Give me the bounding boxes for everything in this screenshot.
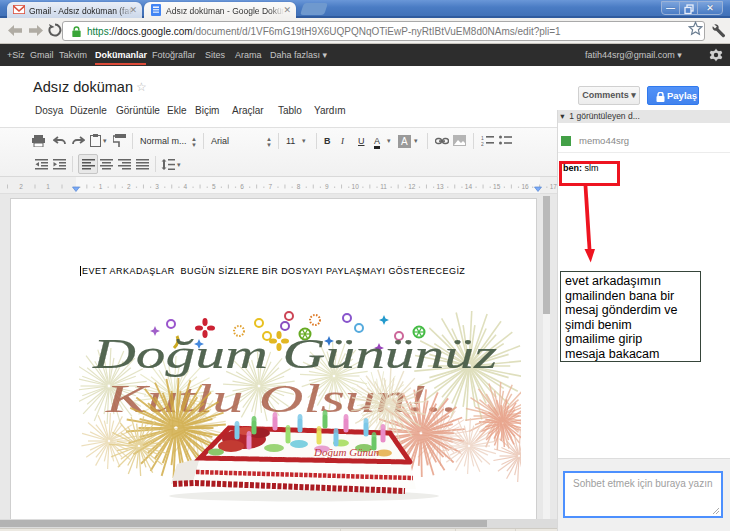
svg-text:1: 1 bbox=[99, 183, 103, 190]
svg-text:9: 9 bbox=[325, 183, 329, 190]
svg-text:17: 17 bbox=[550, 183, 557, 190]
svg-text:10: 10 bbox=[352, 183, 360, 190]
svg-text:12: 12 bbox=[408, 183, 416, 190]
svg-text:2: 2 bbox=[481, 141, 484, 146]
svg-text:3: 3 bbox=[155, 183, 159, 190]
svg-text:6: 6 bbox=[240, 183, 244, 190]
svg-text:8: 8 bbox=[297, 183, 301, 190]
svg-text:13: 13 bbox=[436, 183, 444, 190]
svg-text:2: 2 bbox=[127, 183, 131, 190]
svg-text:16: 16 bbox=[521, 183, 529, 190]
svg-text:1: 1 bbox=[46, 183, 50, 190]
svg-text:15: 15 bbox=[493, 183, 501, 190]
svg-text:14: 14 bbox=[465, 183, 473, 190]
svg-text:4: 4 bbox=[184, 183, 188, 190]
svg-text:Doğum Günün: Doğum Günün bbox=[313, 446, 380, 458]
svg-text:11: 11 bbox=[380, 183, 387, 190]
svg-text:A: A bbox=[401, 136, 408, 147]
svg-text:2: 2 bbox=[19, 183, 23, 190]
svg-text:Doğum Gününüz: Doğum Gününüz bbox=[92, 331, 497, 377]
svg-text:5: 5 bbox=[212, 183, 216, 190]
svg-text:7: 7 bbox=[268, 183, 272, 190]
